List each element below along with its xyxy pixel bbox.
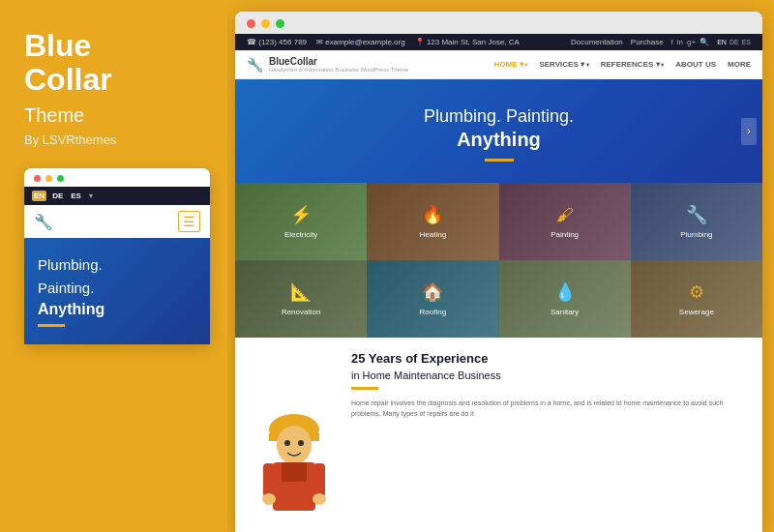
logo-text: BlueCollar Handyman & Renovation Busines… — [269, 56, 408, 73]
mobile-hamburger-icon[interactable]: ☰ — [178, 211, 200, 232]
service-label-heating: Heating — [420, 230, 447, 239]
title-line2: Collar — [24, 62, 112, 97]
svg-point-9 — [262, 493, 276, 505]
info-purchase[interactable]: Purchase — [631, 38, 664, 46]
mobile-hero-text1: Plumbing. — [38, 255, 196, 275]
service-label-renovation: Renovation — [282, 308, 320, 316]
service-tile-renovation[interactable]: 📐 Renovation — [235, 260, 367, 338]
svg-point-3 — [284, 440, 290, 446]
hero-accent-line — [485, 159, 514, 162]
mobile-dot-red — [34, 175, 41, 182]
logo-tagline: Handyman & Renovation Business WordPress… — [269, 67, 408, 73]
nav-more[interactable]: MORE — [728, 60, 751, 69]
facebook-icon[interactable]: f — [671, 38, 673, 46]
roofing-icon: 🏠 — [422, 281, 443, 303]
hero-heading-bold: Anything — [254, 129, 743, 151]
mobile-lang-dropdown-icon[interactable]: ▾ — [89, 192, 93, 200]
service-tile-electricity[interactable]: ⚡ Electricity — [235, 183, 367, 260]
service-label-electricity: Electricity — [284, 230, 317, 239]
linkedin-icon[interactable]: in — [677, 38, 683, 46]
nav-services[interactable]: SERVICES ▾ — [539, 60, 588, 69]
worker-image — [251, 351, 338, 518]
browser-dot-yellow[interactable] — [261, 19, 270, 28]
service-label-painting: Painting — [551, 230, 579, 239]
service-label-sanitary: Sanitary — [551, 308, 579, 316]
svg-point-10 — [313, 493, 326, 505]
logo-area: 🔧 BlueCollar Handyman & Renovation Busin… — [247, 56, 408, 73]
experience-subtitle: in Home Maintenance Business — [351, 369, 747, 381]
info-bar: ☎ (123) 456 789 ✉ example@example.org 📍 … — [235, 34, 762, 50]
browser-preview: ☎ (123) 456 789 ✉ example@example.org 📍 … — [235, 12, 762, 532]
hero-section: Plumbing. Painting. Anything › — [235, 79, 762, 183]
service-tile-heating[interactable]: 🔥 Heating — [367, 183, 498, 260]
plumbing-icon: 🔧 — [686, 204, 707, 225]
service-tile-sanitary[interactable]: 💧 Sanitary — [499, 260, 631, 338]
svg-rect-8 — [313, 463, 325, 497]
svg-rect-6 — [282, 462, 307, 482]
mobile-dot-yellow — [45, 175, 52, 182]
experience-content: 25 Years of Experience in Home Maintenan… — [338, 351, 747, 518]
renovation-icon: 📐 — [290, 281, 312, 303]
mobile-lang-en[interactable]: EN — [32, 191, 46, 201]
info-bar-left: ☎ (123) 456 789 ✉ example@example.org 📍 … — [247, 38, 520, 46]
mobile-top-bar — [24, 168, 210, 187]
info-documentation[interactable]: Documentation — [571, 38, 623, 46]
worker-svg — [255, 402, 333, 518]
browser-chrome — [235, 12, 762, 34]
mobile-hero-bold: Anything — [38, 301, 196, 318]
bottom-section: 25 Years of Experience in Home Maintenan… — [235, 338, 762, 532]
info-address: 📍 123 Main St, San Jose, CA — [415, 38, 520, 46]
svg-point-4 — [298, 440, 304, 446]
mobile-lang-switcher: EN DE ES ▾ — [32, 191, 93, 201]
painting-icon: 🖌 — [556, 205, 574, 225]
info-phone: ☎ (123) 456 789 — [247, 38, 307, 46]
gplus-icon[interactable]: g+ — [687, 38, 696, 46]
logo-name[interactable]: BlueCollar — [269, 56, 408, 67]
nav-links: HOME ▾ SERVICES ▾ REFERENCES ▾ ABOUT US … — [494, 60, 751, 69]
service-tile-painting[interactable]: 🖌 Painting — [499, 183, 631, 260]
sewerage-icon: ⚙ — [689, 281, 704, 303]
mobile-lang-de[interactable]: DE — [50, 191, 65, 201]
website-content: ☎ (123) 456 789 ✉ example@example.org 📍 … — [235, 34, 762, 532]
theme-by: By LSVRthemes — [24, 133, 208, 147]
service-tile-roofing[interactable]: 🏠 Roofing — [367, 260, 498, 338]
title-line1: Blue — [24, 28, 91, 63]
service-label-sewerage: Sewerage — [679, 308, 714, 316]
service-tile-plumbing[interactable]: 🔧 Plumbing — [631, 183, 762, 260]
mobile-dot-green — [57, 175, 64, 182]
mobile-hero-text2: Painting. — [38, 279, 196, 298]
hero-heading: Plumbing. Painting. — [254, 106, 743, 127]
nav-home[interactable]: HOME ▾ — [494, 60, 528, 69]
nav-references[interactable]: REFERENCES ▾ — [601, 60, 665, 69]
lang-es[interactable]: ES — [742, 39, 751, 45]
search-icon[interactable]: 🔍 — [700, 38, 709, 46]
hero-scroll-btn[interactable]: › — [741, 118, 757, 145]
service-label-plumbing: Plumbing — [680, 230, 712, 239]
service-tile-sewerage[interactable]: ⚙ Sewerage — [631, 260, 762, 338]
experience-title: 25 Years of Experience — [351, 351, 747, 368]
main-nav: 🔧 BlueCollar Handyman & Renovation Busin… — [235, 50, 762, 79]
info-bar-right: Documentation Purchase f in g+ 🔍 EN DE E… — [571, 38, 751, 46]
lang-en[interactable]: EN — [717, 39, 727, 45]
mobile-logo-bar: 🔧 ☰ — [24, 205, 210, 238]
lang-options: EN DE ES — [717, 39, 751, 45]
experience-accent-line — [351, 387, 378, 390]
electricity-icon: ⚡ — [290, 204, 312, 225]
svg-point-2 — [277, 426, 312, 464]
mobile-lang-es[interactable]: ES — [69, 191, 83, 201]
experience-body: Home repair involves the diagnosis and r… — [351, 398, 747, 419]
service-label-roofing: Roofing — [420, 308, 447, 316]
browser-dot-red[interactable] — [247, 19, 255, 28]
svg-rect-7 — [263, 463, 275, 497]
browser-dot-green[interactable] — [276, 19, 284, 28]
nav-about[interactable]: ABOUT US — [675, 60, 716, 69]
info-email: ✉ example@example.org — [316, 38, 405, 46]
theme-title: Blue Collar — [24, 29, 208, 97]
left-panel: Blue Collar Theme By LSVRthemes EN DE ES… — [0, 0, 227, 532]
theme-subtitle: Theme — [24, 104, 208, 127]
lang-de[interactable]: DE — [729, 39, 739, 45]
mobile-logo-icon: 🔧 — [34, 213, 53, 231]
mobile-preview: EN DE ES ▾ 🔧 ☰ Plumbing. Painting. Anyth… — [24, 168, 210, 344]
mobile-nav-bar: EN DE ES ▾ — [24, 187, 210, 205]
heating-icon: 🔥 — [422, 204, 443, 225]
